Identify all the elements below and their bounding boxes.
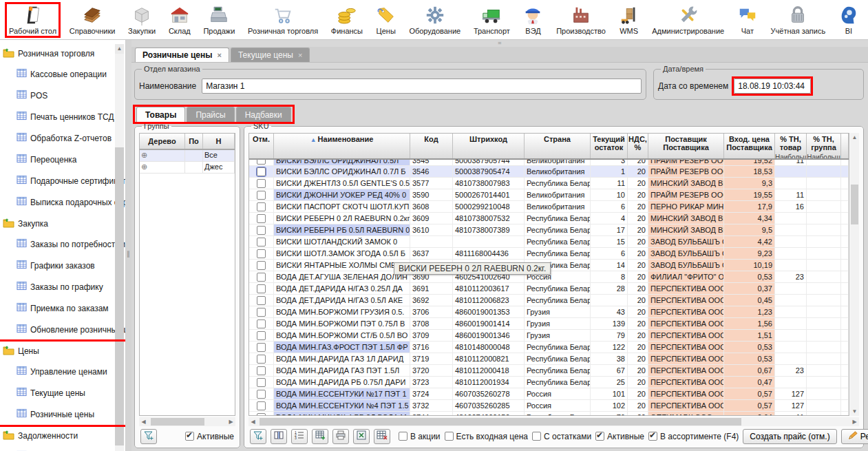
groups-filter-button[interactable]	[140, 429, 157, 444]
checkbox-icon[interactable]	[257, 296, 266, 305]
toolbar-item-equipment[interactable]: Оборудование	[407, 4, 463, 36]
checkbox-icon[interactable]	[257, 179, 266, 188]
toolbar-item-prices[interactable]: Цены	[374, 4, 399, 36]
row-select-cell[interactable]	[249, 189, 274, 200]
column-header[interactable]: НДС, %	[628, 134, 648, 158]
tab-прайсы[interactable]: Прайсы	[187, 107, 234, 122]
expand-icon[interactable]: ⊕	[141, 151, 147, 159]
sidebar-item[interactable]: Подарочные сертификат	[0, 170, 125, 191]
toolbar-item-wms[interactable]: WMS	[617, 4, 642, 36]
filter-checkbox[interactable]: С остатками	[532, 432, 591, 441]
checkbox-icon[interactable]	[185, 432, 194, 441]
toolbar-item-admin[interactable]: Администрирование	[650, 4, 726, 36]
checkbox-icon[interactable]	[257, 214, 266, 223]
sidebar-folder[interactable]: Задолженности	[0, 426, 125, 445]
expand-icon[interactable]: ⊕	[141, 162, 147, 171]
tree-expander-cell[interactable]: ⊕	[140, 162, 185, 173]
scroll-right-icon[interactable]: ▶	[850, 417, 859, 426]
checkbox-icon[interactable]	[257, 273, 266, 282]
row-select-cell[interactable]	[249, 178, 274, 189]
tree-row[interactable]: ⊕Джес	[140, 162, 235, 174]
print-button[interactable]	[332, 429, 349, 444]
table-row[interactable]: ВОДА МИН.БОРЖОМИ ГРУЗИЯ 0.5.370648600190…	[249, 306, 849, 318]
table-row[interactable]: ВИСКИ ДЖЕНТЛЗ 0.5Л GENTLE'S 0.5357748107…	[249, 178, 849, 189]
filter-checkbox[interactable]: Активные	[595, 432, 644, 441]
table-row[interactable]: ВИСКИ РЕБЕРН РБ 0.5Л RAEBURN 0.361048107…	[249, 224, 849, 236]
table-row[interactable]: ВИСКИ РЕБЕРН 0 2Л RAEBURN 0.2кг360948107…	[249, 213, 849, 224]
table-row[interactable]: ВИСКИ ШОТЛ.ЗАМОК ЗГОДА 0.5Л Б36374811168…	[249, 248, 849, 260]
table-row[interactable]: ВОДА МИН.МИНСК-4 РБ 2Л ВОДА М37444810074…	[249, 412, 849, 415]
sku-vscrollbar[interactable]: ▲ ▼	[850, 133, 859, 416]
tab-товары[interactable]: Товары	[136, 107, 185, 122]
filter-checkbox[interactable]: В ассортименте (F4)	[648, 432, 739, 441]
toolbar-item-bi[interactable]: BI	[836, 4, 861, 36]
table-row[interactable]: ВОДА МИН.БОРЖОМИ ПЭТ 0.75Л В370848600190…	[249, 318, 849, 330]
table-row[interactable]: ВОДА МИН.ДАРИДА ГАЗ 1Л ДАРИД371948101120…	[249, 353, 849, 365]
panel-splitter-handle[interactable]: =	[131, 40, 868, 47]
edit-button[interactable]: Редактировать	[841, 429, 868, 444]
table-row[interactable]: ВОДА МИН.БОРЖОМИ СТ/Б 0.5Л ВО37094860019…	[249, 330, 849, 342]
scroll-left-icon[interactable]: ◀	[248, 417, 257, 426]
toolbar-item-retail[interactable]: Розничная торговля	[246, 4, 320, 36]
create-price-button[interactable]: Создать прайс (отм.)	[743, 429, 836, 444]
checkbox-icon[interactable]	[257, 261, 266, 270]
table-add-button[interactable]	[312, 429, 328, 444]
row-select-cell[interactable]	[249, 388, 274, 399]
checkbox-icon[interactable]	[257, 366, 266, 375]
column-header[interactable]: Вход. цена Поставщика	[724, 134, 775, 158]
checkbox-icon[interactable]	[257, 191, 266, 200]
checkbox-icon[interactable]	[257, 401, 266, 410]
sidebar-item[interactable]: Приемка по заказам	[0, 297, 125, 319]
row-select-cell[interactable]	[249, 224, 274, 235]
checkbox-icon[interactable]	[257, 308, 266, 317]
row-select-cell[interactable]	[249, 412, 274, 415]
scroll-left-icon[interactable]: ◀	[139, 417, 148, 426]
sidebar-item[interactable]: Розничные цены	[0, 403, 125, 425]
scroll-up-icon[interactable]: ▲	[850, 133, 859, 142]
row-select-cell[interactable]	[249, 201, 274, 212]
checkbox-icon[interactable]	[257, 167, 266, 176]
numbered-list-button[interactable]: 123	[291, 429, 308, 444]
table-row[interactable]: ВОДА ДЕТ.ДАРИДА Н/ГАЗ 0.5Л АКЕ3692481011…	[249, 295, 849, 306]
column-header[interactable]: Штрихкод	[453, 134, 525, 158]
store-name-input[interactable]	[202, 78, 642, 94]
sidebar-item[interactable]: Управление ценами	[0, 361, 125, 382]
groups-column-header[interactable]: По	[185, 134, 203, 149]
row-select-cell[interactable]	[249, 236, 274, 247]
checkbox-icon[interactable]	[257, 319, 266, 328]
column-header[interactable]: ▲Наименование	[274, 134, 410, 158]
checkbox-icon[interactable]	[257, 238, 266, 247]
column-header[interactable]: Текущий остаток	[591, 134, 628, 158]
sidebar-folder[interactable]: Цены	[0, 342, 125, 361]
toolbar-item-finance[interactable]: Финансы	[329, 4, 365, 36]
toolbar-item-books[interactable]: Справочники	[67, 4, 118, 36]
row-select-cell[interactable]	[249, 271, 274, 282]
doc-tab[interactable]: Текущие цены×	[231, 48, 310, 62]
scroll-right-icon[interactable]: ▶	[226, 417, 235, 426]
sidebar-item[interactable]: Заказы по потребностям	[0, 233, 125, 255]
table-row[interactable]: ВОДА МИН.ДАРИДА РБ 0.75Л ДАРИ37234810112…	[249, 377, 849, 388]
groups-hscrollbar[interactable]: ◀ ▶	[139, 417, 235, 426]
sku-hscrollbar[interactable]: ◀ ▶	[248, 417, 859, 426]
checkbox-icon[interactable]	[257, 355, 266, 364]
toolbar-item-chat[interactable]: Чат	[735, 4, 760, 36]
row-select-cell[interactable]	[249, 166, 274, 177]
checkbox-icon[interactable]	[399, 432, 407, 441]
sidebar-folder[interactable]: Закупка	[0, 214, 125, 233]
checkbox-icon[interactable]	[257, 390, 266, 399]
sidebar-item[interactable]: Печать ценников ТСД	[0, 106, 125, 127]
checkbox-icon[interactable]	[257, 202, 266, 211]
close-icon[interactable]: ×	[298, 51, 302, 59]
sidebar-scrollbar[interactable]: ▲	[115, 44, 124, 451]
table-row[interactable]: ВИСКИ ШОТЛАНДСКИЙ ЗАМОК 0Республика Бела…	[249, 236, 849, 248]
sidebar-folder[interactable]: Розничная торговля	[0, 44, 125, 63]
scrollbar-thumb[interactable]	[851, 185, 858, 224]
column-header[interactable]: % ТН, товарНаибольш	[775, 134, 807, 158]
checkbox-icon[interactable]	[257, 284, 266, 293]
toolbar-item-account[interactable]: Учётная запись	[769, 4, 828, 36]
sidebar-item[interactable]: Кассовые операции	[0, 63, 125, 85]
close-icon[interactable]: ×	[217, 51, 221, 59]
scroll-up-icon[interactable]: ▲	[115, 44, 124, 54]
table-row[interactable]: ВОДА ДЕТ.ДАРИДА Н/ГАЗ 0.25Л ДА3691481011…	[249, 283, 849, 295]
filter-checkbox[interactable]: Есть входная цена	[445, 432, 528, 441]
